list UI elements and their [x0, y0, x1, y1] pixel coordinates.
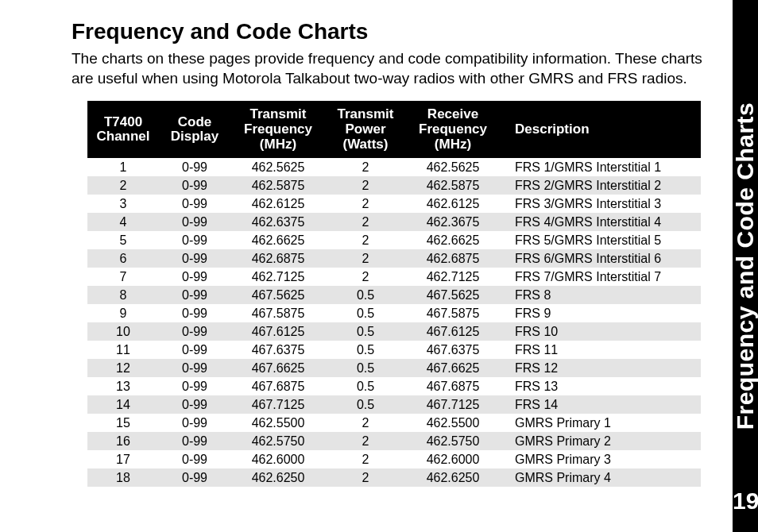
- txfreq-cell: 462.5500: [230, 414, 326, 432]
- rxfreq-cell: 462.5750: [405, 432, 501, 450]
- rxfreq-cell: 467.6625: [405, 359, 501, 377]
- txpow-cell: 0.5: [326, 286, 405, 304]
- side-tab-label: Frequency and Code Charts: [732, 102, 758, 430]
- col-header-channel: T7400Channel: [87, 101, 159, 158]
- code-cell: 0-99: [159, 249, 230, 268]
- col-header-code: CodeDisplay: [159, 101, 230, 158]
- txpow-cell: 2: [326, 414, 405, 432]
- col-header-txpow: TransmitPower(Watts): [326, 101, 405, 158]
- table-row: 180-99462.62502462.6250GMRS Primary 4: [87, 468, 701, 487]
- table-row: 130-99467.68750.5467.6875FRS 13: [87, 377, 701, 395]
- intro-paragraph: The charts on these pages provide freque…: [72, 49, 717, 88]
- table-row: 140-99467.71250.5467.7125FRS 14: [87, 395, 701, 414]
- code-cell: 0-99: [159, 158, 230, 176]
- desc-cell: FRS 8: [501, 286, 701, 304]
- txpow-cell: 2: [326, 176, 405, 195]
- channel-cell: 12: [87, 359, 159, 377]
- rxfreq-cell: 462.5500: [405, 414, 501, 432]
- table-row: 10-99462.56252462.5625FRS 1/GMRS Interst…: [87, 158, 701, 176]
- rxfreq-cell: 462.5875: [405, 176, 501, 195]
- txpow-cell: 2: [326, 268, 405, 286]
- side-tab: Frequency and Code Charts 19: [733, 0, 758, 532]
- txpow-cell: 0.5: [326, 322, 405, 341]
- desc-cell: GMRS Primary 4: [501, 468, 701, 487]
- rxfreq-cell: 462.6625: [405, 231, 501, 249]
- desc-cell: FRS 3/GMRS Interstitial 3: [501, 195, 701, 213]
- table-row: 150-99462.55002462.5500GMRS Primary 1: [87, 414, 701, 432]
- table-row: 170-99462.60002462.6000GMRS Primary 3: [87, 450, 701, 468]
- desc-cell: GMRS Primary 3: [501, 450, 701, 468]
- txpow-cell: 2: [326, 450, 405, 468]
- code-cell: 0-99: [159, 414, 230, 432]
- rxfreq-cell: 467.5875: [405, 304, 501, 322]
- channel-cell: 1: [87, 158, 159, 176]
- code-cell: 0-99: [159, 359, 230, 377]
- channel-cell: 18: [87, 468, 159, 487]
- rxfreq-cell: 462.3675: [405, 213, 501, 231]
- desc-cell: FRS 5/GMRS Interstitial 5: [501, 231, 701, 249]
- code-cell: 0-99: [159, 268, 230, 286]
- channel-cell: 3: [87, 195, 159, 213]
- channel-cell: 15: [87, 414, 159, 432]
- channel-cell: 9: [87, 304, 159, 322]
- txfreq-cell: 462.6375: [230, 213, 326, 231]
- desc-cell: FRS 1/GMRS Interstitial 1: [501, 158, 701, 176]
- rxfreq-cell: 462.6000: [405, 450, 501, 468]
- txfreq-cell: 462.6625: [230, 231, 326, 249]
- desc-cell: GMRS Primary 1: [501, 414, 701, 432]
- table-row: 20-99462.58752462.5875FRS 2/GMRS Interst…: [87, 176, 701, 195]
- rxfreq-cell: 467.6375: [405, 341, 501, 359]
- desc-cell: FRS 11: [501, 341, 701, 359]
- table-row: 60-99462.68752462.6875FRS 6/GMRS Interst…: [87, 249, 701, 268]
- table-wrap: T7400Channel CodeDisplay TransmitFrequen…: [72, 101, 717, 487]
- txfreq-cell: 462.7125: [230, 268, 326, 286]
- txpow-cell: 2: [326, 249, 405, 268]
- channel-cell: 10: [87, 322, 159, 341]
- table-row: 100-99467.61250.5467.6125FRS 10: [87, 322, 701, 341]
- channel-cell: 5: [87, 231, 159, 249]
- code-cell: 0-99: [159, 377, 230, 395]
- channel-cell: 6: [87, 249, 159, 268]
- col-header-txfreq: TransmitFrequency(MHz): [230, 101, 326, 158]
- txfreq-cell: 467.5625: [230, 286, 326, 304]
- txpow-cell: 2: [326, 468, 405, 487]
- txpow-cell: 0.5: [326, 341, 405, 359]
- rxfreq-cell: 462.6875: [405, 249, 501, 268]
- txfreq-cell: 462.5875: [230, 176, 326, 195]
- code-cell: 0-99: [159, 432, 230, 450]
- frequency-table: T7400Channel CodeDisplay TransmitFrequen…: [87, 101, 701, 487]
- rxfreq-cell: 462.5625: [405, 158, 501, 176]
- txfreq-cell: 467.6875: [230, 377, 326, 395]
- channel-cell: 7: [87, 268, 159, 286]
- desc-cell: FRS 2/GMRS Interstitial 2: [501, 176, 701, 195]
- txfreq-cell: 462.6875: [230, 249, 326, 268]
- txpow-cell: 2: [326, 158, 405, 176]
- txfreq-cell: 467.6125: [230, 322, 326, 341]
- desc-cell: FRS 9: [501, 304, 701, 322]
- page-title: Frequency and Code Charts: [72, 19, 717, 44]
- table-row: 30-99462.61252462.6125FRS 3/GMRS Interst…: [87, 195, 701, 213]
- table-row: 160-99462.57502462.5750GMRS Primary 2: [87, 432, 701, 450]
- txpow-cell: 0.5: [326, 395, 405, 414]
- col-header-desc: Description: [501, 101, 701, 158]
- txfreq-cell: 467.7125: [230, 395, 326, 414]
- channel-cell: 14: [87, 395, 159, 414]
- col-header-rxfreq: ReceiveFrequency(MHz): [405, 101, 501, 158]
- rxfreq-cell: 467.6125: [405, 322, 501, 341]
- desc-cell: FRS 4/GMRS Interstitial 4: [501, 213, 701, 231]
- code-cell: 0-99: [159, 304, 230, 322]
- page-number: 19: [733, 488, 758, 515]
- txfreq-cell: 462.5625: [230, 158, 326, 176]
- channel-cell: 8: [87, 286, 159, 304]
- table-row: 40-99462.63752462.3675FRS 4/GMRS Interst…: [87, 213, 701, 231]
- txfreq-cell: 462.5750: [230, 432, 326, 450]
- table-row: 70-99462.71252462.7125FRS 7/GMRS Interst…: [87, 268, 701, 286]
- code-cell: 0-99: [159, 195, 230, 213]
- content-area: Frequency and Code Charts The charts on …: [0, 0, 733, 532]
- code-cell: 0-99: [159, 341, 230, 359]
- desc-cell: FRS 14: [501, 395, 701, 414]
- desc-cell: FRS 13: [501, 377, 701, 395]
- channel-cell: 17: [87, 450, 159, 468]
- table-row: 110-99467.63750.5467.6375FRS 11: [87, 341, 701, 359]
- page: Frequency and Code Charts The charts on …: [0, 0, 758, 532]
